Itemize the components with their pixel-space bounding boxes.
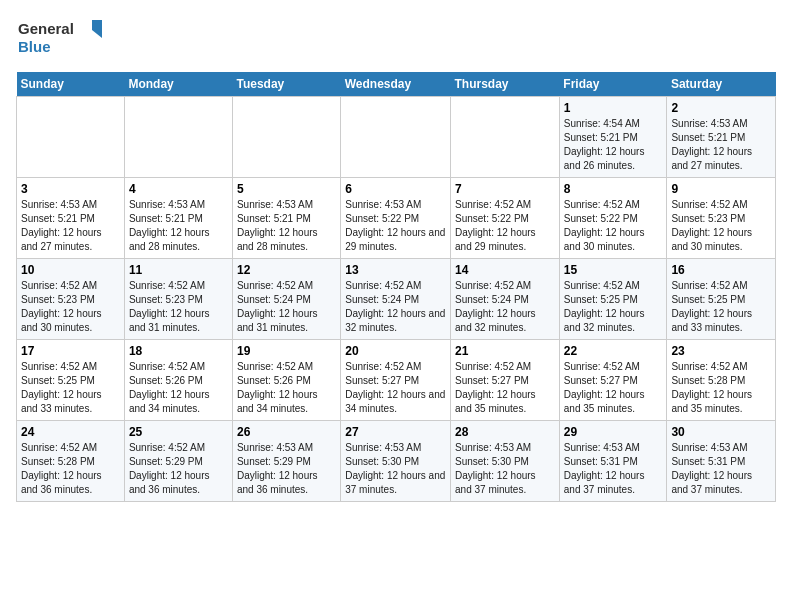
day-info: Sunrise: 4:52 AMSunset: 5:24 PMDaylight:… [345,279,446,335]
day-number: 24 [21,425,120,439]
day-number: 18 [129,344,228,358]
calendar-cell: 13Sunrise: 4:52 AMSunset: 5:24 PMDayligh… [341,259,451,340]
day-number: 7 [455,182,555,196]
calendar-cell: 4Sunrise: 4:53 AMSunset: 5:21 PMDaylight… [124,178,232,259]
day-number: 13 [345,263,446,277]
day-number: 28 [455,425,555,439]
calendar-cell: 5Sunrise: 4:53 AMSunset: 5:21 PMDaylight… [232,178,340,259]
calendar-cell: 24Sunrise: 4:52 AMSunset: 5:28 PMDayligh… [17,421,125,502]
day-number: 10 [21,263,120,277]
day-number: 8 [564,182,663,196]
day-number: 19 [237,344,336,358]
calendar-cell: 17Sunrise: 4:52 AMSunset: 5:25 PMDayligh… [17,340,125,421]
calendar-cell [451,97,560,178]
day-number: 29 [564,425,663,439]
weekday-header-monday: Monday [124,72,232,97]
day-info: Sunrise: 4:52 AMSunset: 5:23 PMDaylight:… [21,279,120,335]
day-number: 22 [564,344,663,358]
calendar-cell: 14Sunrise: 4:52 AMSunset: 5:24 PMDayligh… [451,259,560,340]
weekday-header-row: SundayMondayTuesdayWednesdayThursdayFrid… [17,72,776,97]
calendar-cell: 7Sunrise: 4:52 AMSunset: 5:22 PMDaylight… [451,178,560,259]
day-info: Sunrise: 4:52 AMSunset: 5:26 PMDaylight:… [129,360,228,416]
svg-text:General: General [18,20,74,37]
calendar-cell: 6Sunrise: 4:53 AMSunset: 5:22 PMDaylight… [341,178,451,259]
calendar-week-row: 1Sunrise: 4:54 AMSunset: 5:21 PMDaylight… [17,97,776,178]
day-number: 26 [237,425,336,439]
day-info: Sunrise: 4:52 AMSunset: 5:25 PMDaylight:… [671,279,771,335]
day-info: Sunrise: 4:52 AMSunset: 5:27 PMDaylight:… [345,360,446,416]
day-info: Sunrise: 4:53 AMSunset: 5:30 PMDaylight:… [455,441,555,497]
weekday-header-saturday: Saturday [667,72,776,97]
day-number: 21 [455,344,555,358]
day-number: 6 [345,182,446,196]
day-info: Sunrise: 4:52 AMSunset: 5:28 PMDaylight:… [21,441,120,497]
day-number: 27 [345,425,446,439]
calendar-cell: 29Sunrise: 4:53 AMSunset: 5:31 PMDayligh… [559,421,667,502]
day-info: Sunrise: 4:52 AMSunset: 5:23 PMDaylight:… [671,198,771,254]
day-info: Sunrise: 4:52 AMSunset: 5:25 PMDaylight:… [21,360,120,416]
day-number: 25 [129,425,228,439]
day-number: 14 [455,263,555,277]
calendar-cell: 1Sunrise: 4:54 AMSunset: 5:21 PMDaylight… [559,97,667,178]
calendar-cell [124,97,232,178]
day-info: Sunrise: 4:52 AMSunset: 5:23 PMDaylight:… [129,279,228,335]
day-number: 5 [237,182,336,196]
day-number: 17 [21,344,120,358]
day-info: Sunrise: 4:53 AMSunset: 5:21 PMDaylight:… [21,198,120,254]
calendar-cell [232,97,340,178]
day-info: Sunrise: 4:52 AMSunset: 5:26 PMDaylight:… [237,360,336,416]
svg-marker-2 [92,20,102,38]
calendar-cell: 10Sunrise: 4:52 AMSunset: 5:23 PMDayligh… [17,259,125,340]
calendar-cell: 30Sunrise: 4:53 AMSunset: 5:31 PMDayligh… [667,421,776,502]
calendar-cell: 26Sunrise: 4:53 AMSunset: 5:29 PMDayligh… [232,421,340,502]
calendar-cell: 23Sunrise: 4:52 AMSunset: 5:28 PMDayligh… [667,340,776,421]
day-number: 23 [671,344,771,358]
day-number: 20 [345,344,446,358]
logo: General Blue [16,16,106,60]
calendar-cell: 22Sunrise: 4:52 AMSunset: 5:27 PMDayligh… [559,340,667,421]
day-info: Sunrise: 4:53 AMSunset: 5:29 PMDaylight:… [237,441,336,497]
calendar-table: SundayMondayTuesdayWednesdayThursdayFrid… [16,72,776,502]
calendar-cell: 28Sunrise: 4:53 AMSunset: 5:30 PMDayligh… [451,421,560,502]
svg-text:Blue: Blue [18,38,51,55]
calendar-cell: 27Sunrise: 4:53 AMSunset: 5:30 PMDayligh… [341,421,451,502]
calendar-cell: 8Sunrise: 4:52 AMSunset: 5:22 PMDaylight… [559,178,667,259]
day-number: 9 [671,182,771,196]
calendar-cell: 18Sunrise: 4:52 AMSunset: 5:26 PMDayligh… [124,340,232,421]
weekday-header-wednesday: Wednesday [341,72,451,97]
day-info: Sunrise: 4:52 AMSunset: 5:27 PMDaylight:… [564,360,663,416]
calendar-cell [17,97,125,178]
day-info: Sunrise: 4:53 AMSunset: 5:30 PMDaylight:… [345,441,446,497]
calendar-week-row: 24Sunrise: 4:52 AMSunset: 5:28 PMDayligh… [17,421,776,502]
day-number: 12 [237,263,336,277]
weekday-header-thursday: Thursday [451,72,560,97]
calendar-cell [341,97,451,178]
day-info: Sunrise: 4:53 AMSunset: 5:21 PMDaylight:… [129,198,228,254]
calendar-cell: 9Sunrise: 4:52 AMSunset: 5:23 PMDaylight… [667,178,776,259]
day-info: Sunrise: 4:52 AMSunset: 5:29 PMDaylight:… [129,441,228,497]
calendar-cell: 16Sunrise: 4:52 AMSunset: 5:25 PMDayligh… [667,259,776,340]
day-info: Sunrise: 4:53 AMSunset: 5:21 PMDaylight:… [237,198,336,254]
day-number: 30 [671,425,771,439]
day-info: Sunrise: 4:52 AMSunset: 5:22 PMDaylight:… [564,198,663,254]
calendar-week-row: 10Sunrise: 4:52 AMSunset: 5:23 PMDayligh… [17,259,776,340]
day-number: 15 [564,263,663,277]
day-info: Sunrise: 4:52 AMSunset: 5:24 PMDaylight:… [237,279,336,335]
calendar-cell: 25Sunrise: 4:52 AMSunset: 5:29 PMDayligh… [124,421,232,502]
day-number: 2 [671,101,771,115]
calendar-cell: 21Sunrise: 4:52 AMSunset: 5:27 PMDayligh… [451,340,560,421]
day-number: 4 [129,182,228,196]
calendar-cell: 2Sunrise: 4:53 AMSunset: 5:21 PMDaylight… [667,97,776,178]
calendar-cell: 15Sunrise: 4:52 AMSunset: 5:25 PMDayligh… [559,259,667,340]
day-info: Sunrise: 4:52 AMSunset: 5:22 PMDaylight:… [455,198,555,254]
day-number: 3 [21,182,120,196]
weekday-header-friday: Friday [559,72,667,97]
day-info: Sunrise: 4:54 AMSunset: 5:21 PMDaylight:… [564,117,663,173]
day-info: Sunrise: 4:53 AMSunset: 5:21 PMDaylight:… [671,117,771,173]
day-info: Sunrise: 4:53 AMSunset: 5:22 PMDaylight:… [345,198,446,254]
day-info: Sunrise: 4:52 AMSunset: 5:27 PMDaylight:… [455,360,555,416]
day-info: Sunrise: 4:53 AMSunset: 5:31 PMDaylight:… [564,441,663,497]
day-number: 16 [671,263,771,277]
logo-svg: General Blue [16,16,106,60]
calendar-week-row: 17Sunrise: 4:52 AMSunset: 5:25 PMDayligh… [17,340,776,421]
